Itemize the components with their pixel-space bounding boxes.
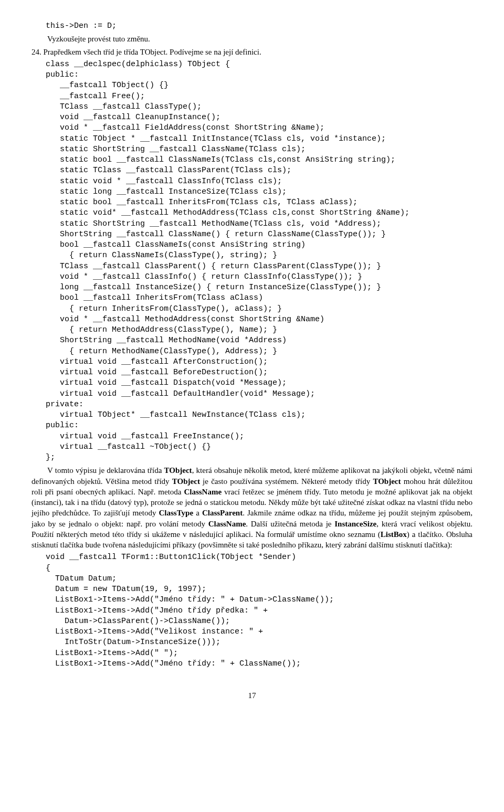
- p3-b5: TObject: [373, 477, 401, 486]
- prose-line-2: 24. Prapředkem všech tříd je třída TObje…: [32, 47, 472, 57]
- p3-b13: ClassName: [208, 520, 246, 528]
- p3-b15: InstanceSize: [334, 520, 376, 528]
- p3-b7: ClassName: [184, 488, 222, 496]
- prose2-prefix: 24.: [32, 48, 41, 56]
- p3-b11: ClassParent: [202, 509, 243, 517]
- p3-b1: TObject: [164, 466, 192, 474]
- p3-t14: . Další užitečná metoda je: [246, 520, 334, 528]
- prose1-text: Vyzkoušejte provést tuto změnu.: [47, 35, 150, 43]
- p3-t10: a: [193, 509, 202, 517]
- p3-t4: je často používána systémem. Některé met…: [200, 477, 373, 486]
- code-block-class: class __declspec(delphiclass) TObject { …: [32, 59, 472, 463]
- code-block-top: this->Den := D;: [32, 21, 472, 31]
- prose2-rest: Prapředkem všech tříd je třída TObject. …: [41, 48, 261, 56]
- p3-b3: TObject: [172, 477, 200, 486]
- prose-line-1: Vyzkoušejte provést tuto změnu.: [32, 34, 472, 44]
- prose-paragraph-3: V tomto výpisu je deklarována třída TObj…: [32, 465, 472, 550]
- p3-b9: ClassType: [159, 509, 194, 517]
- code-block-bottom: void __fastcall TForm1::Button1Click(TOb…: [32, 552, 472, 669]
- p3-b17: ListBox: [381, 530, 407, 539]
- page-number: 17: [32, 690, 472, 701]
- p3-t0: V tomto výpisu je deklarována třída: [47, 466, 164, 474]
